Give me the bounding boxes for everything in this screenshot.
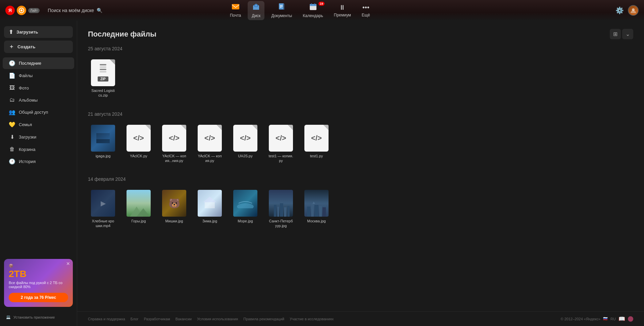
svg-rect-27 [311, 204, 314, 217]
file-name-igaga: igaga.jpg [96, 154, 111, 158]
file-item-test1-copy[interactable]: </> test1 — копия.ру [266, 122, 296, 166]
view-chevron-button[interactable]: ⌄ [622, 29, 633, 39]
code-symbol-2: </> [169, 134, 180, 143]
file-item-zima[interactable]: Зима.jpg [195, 187, 225, 231]
svg-rect-25 [287, 206, 290, 217]
sidebar-item-albums[interactable]: 🗂 Альбомы [3, 94, 74, 106]
sidebar-item-trash[interactable]: 🗑 Корзина [3, 144, 74, 155]
install-icon: 💻 [6, 315, 11, 319]
file-item-sacred-zip[interactable]: ZIP Sacred Logistics.zip [88, 57, 118, 101]
search-icon[interactable]: 🔍 [97, 8, 102, 13]
upload-button[interactable]: ⬆ Загрузить [4, 26, 73, 38]
logo[interactable]: Я Лайт [5, 6, 40, 15]
file-item-yaclick-copy2[interactable]: </> YAclCK — копия.ру [195, 122, 225, 166]
code-file-icon-test1-copy: </> [269, 125, 293, 152]
zip-stripe-1 [100, 64, 106, 65]
code-file-icon-yaclick-copy2: </> [198, 125, 222, 152]
nav-item-more[interactable]: ••• Ещё [358, 2, 374, 19]
create-button[interactable]: ＋ Создать [4, 41, 73, 53]
file-item-uhjs[interactable]: </> UHJS.py [230, 122, 260, 166]
nav-item-premium[interactable]: ⏸ Премиум [330, 2, 355, 19]
file-item-yaclick[interactable]: </> YAclCK.py [123, 122, 154, 166]
sidebar-item-shared[interactable]: 👥 Общий доступ [3, 106, 74, 118]
header-right: ⚙️ [615, 5, 639, 16]
footer-link-rules[interactable]: Правила рекомендаций [243, 317, 284, 321]
mail-icon [232, 3, 240, 12]
sidebar-item-files[interactable]: 📄 Файлы [3, 70, 74, 82]
file-name-uhjs: UHJS.py [238, 154, 252, 158]
svg-rect-23 [280, 203, 283, 217]
sidebar-family-label: Семья [19, 122, 32, 127]
sidebar-item-downloads[interactable]: ⬇ Загрузки [3, 131, 74, 143]
nav-item-calendar[interactable]: 19 Календарь [299, 1, 327, 20]
sidebar-item-photos[interactable]: 🖼 Фото [3, 82, 74, 94]
nav-disk-label: Диск [252, 13, 260, 18]
footer-link-support[interactable]: Справка и поддержка [88, 317, 125, 321]
upload-icon: ⬆ [9, 29, 13, 35]
promo-icon: 📦 [9, 264, 68, 268]
file-item-gory[interactable]: Горы.jpg [123, 187, 154, 231]
photos-icon: 🖼 [9, 85, 15, 91]
file-thumb-sacred-zip: ZIP [91, 59, 115, 86]
svg-rect-30 [319, 206, 322, 217]
files-icon: 📄 [9, 72, 15, 79]
user-avatar[interactable] [628, 5, 639, 16]
file-item-yaclick-copy1[interactable]: </> YAclCK — копия...ния.ру [159, 122, 189, 166]
footer-book-icon: 📖 [618, 316, 625, 322]
file-item-hlebnie[interactable]: ▶ Хлебные крошки.mp4 [88, 187, 118, 231]
sidebar-trash-label: Корзина [19, 147, 36, 152]
footer-links: Справка и поддержка Блог Разработчикам В… [88, 317, 334, 321]
zip-stripes [100, 64, 106, 72]
sidebar-item-history[interactable]: 🕐 История [3, 156, 74, 167]
create-icon: ＋ [9, 43, 14, 50]
zip-stripe-3 [100, 69, 106, 70]
install-label: Установить приложение [13, 315, 55, 319]
file-name-yaclick-copy1: YAclCK — копия...ния.ру [162, 154, 187, 163]
docs-icon [278, 3, 285, 12]
file-name-yaclick: YAclCK.py [130, 154, 147, 158]
ya-logo[interactable]: Я [5, 6, 15, 15]
footer-link-research[interactable]: Участие в исследованиях [290, 317, 334, 321]
file-thumb-moscow [304, 190, 329, 217]
logo-360[interactable] [17, 6, 26, 15]
file-item-moscow[interactable]: Москва.jpg [301, 187, 332, 231]
file-item-mishki[interactable]: 🐻 Мишки.jpg [159, 187, 189, 231]
code-symbol-4: </> [240, 134, 251, 143]
promo-text: Все файлы под рукой с 2 ТБ со скидкой 80… [9, 281, 68, 289]
sidebar-item-recent[interactable]: 🕐 Последние [3, 57, 74, 69]
footer-lang: RU [610, 317, 616, 321]
file-thumb-uhjs: </> [233, 125, 257, 152]
nav-item-disk[interactable]: Диск [248, 1, 264, 20]
file-item-spb[interactable]: Санкт-Петерб уур.jpg [266, 187, 296, 231]
code-file-icon-uhjs: </> [233, 125, 257, 152]
file-item-more-file[interactable]: Море.jpg [230, 187, 260, 231]
search-area[interactable]: Поиск на моём диске 🔍 [48, 8, 102, 13]
grid-view-button[interactable]: ⊞ [610, 29, 621, 39]
promo-close-button[interactable]: ✕ [66, 261, 70, 266]
file-name-more: Море.jpg [238, 219, 253, 223]
image-preview-spb [269, 190, 293, 217]
sidebar-item-family[interactable]: 💛 Семья [3, 119, 74, 130]
svg-rect-2 [232, 4, 239, 9]
nav-item-docs[interactable]: Документы [267, 1, 296, 20]
file-item-test1[interactable]: </> test1.py [301, 122, 332, 166]
sidebar-files-label: Файлы [19, 73, 33, 78]
promo-button[interactable]: 2 года за 76 Р/мес [9, 293, 68, 302]
settings-icon[interactable]: ⚙️ [615, 6, 624, 14]
svg-rect-10 [310, 4, 316, 6]
shared-icon: 👥 [9, 109, 15, 115]
footer: Справка и поддержка Блог Разработчикам В… [77, 311, 644, 326]
svg-rect-26 [307, 207, 310, 217]
footer-link-developers[interactable]: Разработчикам [144, 317, 170, 321]
sidebar-bottom: ✕ 📦 2ТВ Все файлы под рукой с 2 ТБ со ск… [0, 254, 77, 322]
nav-mail-label: Почта [230, 13, 241, 18]
nav-item-mail[interactable]: Почта [226, 1, 245, 20]
footer-link-terms[interactable]: Условия использования [197, 317, 238, 321]
file-thumb-more-file [233, 190, 257, 217]
file-item-igaga[interactable]: igaga.jpg [88, 122, 118, 166]
footer-link-jobs[interactable]: Вакансии [176, 317, 192, 321]
code-symbol: </> [133, 134, 144, 143]
footer-right: © 2012–2024 «Яндекс» 🇷🇺 RU 📖 [561, 316, 633, 322]
install-app-item[interactable]: 💻 Установить приложение [0, 312, 77, 322]
footer-link-blog[interactable]: Блог [131, 317, 139, 321]
